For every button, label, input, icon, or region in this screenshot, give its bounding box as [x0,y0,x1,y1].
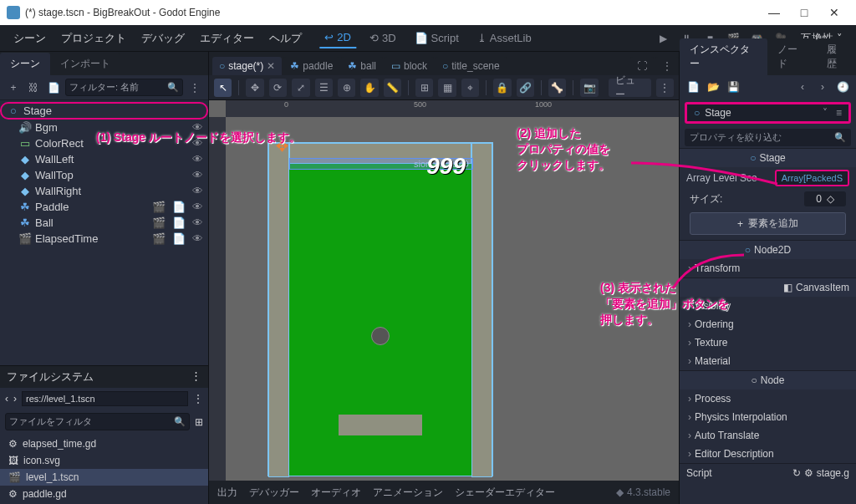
visibility-toggle[interactable]: 👁 [192,201,203,213]
visibility-toggle[interactable]: 👁 [192,216,203,229]
script-icon[interactable]: 📄 [172,216,186,229]
property-array-value[interactable]: Array[PackedS [775,170,849,186]
tab-scene[interactable]: シーン [0,53,50,75]
scene-tab-block[interactable]: ▭block [385,57,434,75]
node-ball[interactable]: ☘ Ball 🎬 📄 👁 [0,215,208,231]
tab-import[interactable]: インポート [50,53,120,75]
menu-help[interactable]: ヘルプ [262,28,308,49]
instance-icon[interactable]: 🎬 [152,201,166,213]
reload-icon[interactable]: ↻ [792,467,801,479]
filesystem-path-input[interactable] [22,391,188,406]
scale-tool[interactable]: ⤢ [292,79,309,97]
list-tool[interactable]: ☰ [315,79,333,97]
view-menu[interactable]: ビュー [609,79,651,97]
group-button[interactable]: 🔗 [517,79,534,97]
attach-script-button[interactable]: 📄 [45,79,62,96]
instance-icon[interactable]: 🎬 [152,232,166,245]
history-fwd-button[interactable]: › [814,79,831,95]
add-node-button[interactable]: + [5,79,22,96]
group-ordering[interactable]: Ordering [680,315,856,333]
visibility-toggle[interactable]: 👁 [192,153,203,165]
history-button[interactable]: 🕘 [834,79,851,95]
grid-snap-toggle[interactable]: ▦ [438,79,456,97]
group-texture[interactable]: Texture [680,333,856,352]
wall-right-sprite[interactable] [471,143,492,477]
bottom-tab-animation[interactable]: アニメーション [373,486,443,500]
instance-button[interactable]: ⛓ [25,79,42,96]
node-wallright[interactable]: ◆ WallRight 👁 [0,183,208,199]
add-element-button[interactable]: + 要素を追加 [690,212,846,235]
bottom-tab-audio[interactable]: オーディオ [311,486,361,500]
file-item[interactable]: ⚙paddle.gd [0,486,208,502]
mode-script[interactable]: 📄 Script [410,28,464,48]
mode-3d[interactable]: ⟲ 3D [364,28,401,48]
menu-debug[interactable]: デバッグ [135,28,191,49]
menu-scene[interactable]: シーン [7,28,53,49]
ball-sprite[interactable] [371,327,390,345]
scene-menu-button[interactable]: ⋮ [186,79,203,96]
group-material[interactable]: Material [680,352,856,370]
filter-layout-button[interactable]: ⊞ [195,416,203,428]
class-header-node[interactable]: ○Node [680,370,856,389]
paddle-sprite[interactable] [339,415,422,435]
file-item[interactable]: ⚙elapsed_time.gd [0,435,208,452]
group-transform[interactable]: Transform [680,259,856,277]
bottom-tab-shader[interactable]: シェーダーエディター [455,486,555,500]
script-icon[interactable]: 📄 [172,201,186,213]
maximize-button[interactable]: □ [789,0,819,25]
property-array-level-scene[interactable]: Array Level Sce Array[PackedS [680,167,856,189]
scene-tab-ball[interactable]: ☘ball [341,57,383,75]
script-icon[interactable]: 📄 [172,232,186,245]
bottom-tab-output[interactable]: 出力 [217,486,237,500]
path-menu-button[interactable]: ⋮ [193,393,203,405]
smart-snap-toggle[interactable]: ⌖ [461,79,479,97]
lock-button[interactable]: 🔒 [493,79,511,97]
menu-project[interactable]: プロジェクト [54,28,133,49]
viewport-menu[interactable]: ⋮ [656,79,674,97]
dock-menu-icon[interactable]: ⋮ [191,369,201,384]
class-header-node2d[interactable]: ○Node2D [680,240,856,259]
file-item[interactable]: 🎬level_1.tscn [0,469,208,486]
spinner-icon[interactable]: ◇ [827,193,834,205]
path-back-button[interactable]: ‹ [5,393,8,405]
group-auto-translate[interactable]: Auto Translate [680,426,856,445]
scene-tab-titlescene[interactable]: ○title_scene [436,57,507,75]
instance-icon[interactable]: 🎬 [152,216,166,229]
origin-gizmo[interactable]: ✥ [276,137,288,155]
mode-2d[interactable]: ↩ 2D [319,28,356,48]
node-colorrect[interactable]: ▭ ColorRect 👁 [0,135,208,151]
group-visibility[interactable]: Visibility [680,297,856,315]
visibility-toggle[interactable]: 👁 [192,121,203,134]
history-back-button[interactable]: ‹ [794,79,811,95]
node-walltop[interactable]: ◆ WallTop 👁 [0,167,208,183]
node-bgm[interactable]: 🔊 Bgm 👁 [0,120,208,135]
rotate-tool[interactable]: ⟳ [269,79,287,97]
bottom-tab-debugger[interactable]: デバッガー [249,486,299,500]
tab-history[interactable]: 履歴 [817,38,856,75]
scene-tab-paddle[interactable]: ☘paddle [283,57,339,75]
version-label[interactable]: ◆4.3.stable [616,486,670,498]
visibility-toggle[interactable]: 👁 [192,137,203,150]
visibility-toggle[interactable]: 👁 [192,169,203,181]
file-item[interactable]: 🖼icon.svg [0,452,208,469]
node-wallleft[interactable]: ◆ WallLeft 👁 [0,151,208,167]
close-button[interactable]: ✕ [819,0,849,25]
save-resource-button[interactable]: 💾 [725,79,741,95]
scene-tree[interactable]: ○ Stage 🔊 Bgm 👁 ▭ ColorRect 👁 ◆ WallLeft… [0,100,208,248]
node-stage-root[interactable]: ○ Stage [0,102,208,120]
inspector-node-pill[interactable]: ○ Stage ˅ ≡ [685,102,851,124]
camera-override-button[interactable]: 📷 [580,79,598,97]
node-paddle[interactable]: ☘ Paddle 🎬 📄 👁 [0,199,208,215]
scene-filter-input[interactable]: フィルター: 名前 🔍 [65,79,183,96]
visibility-toggle[interactable]: 👁 [192,185,203,197]
pan-tool[interactable]: ✋ [360,79,378,97]
select-tool[interactable]: ↖ [214,79,232,97]
node-elapsedtime[interactable]: 🎬 ElapsedTime 🎬 📄 👁 [0,231,208,247]
skeleton-button[interactable]: 🦴 [548,79,566,97]
path-fwd-button[interactable]: › [13,393,17,405]
load-resource-button[interactable]: 📂 [705,79,721,95]
2d-viewport[interactable]: 05001000 sionShape2D 999 ✥ [209,100,679,481]
menu-editor[interactable]: エディター [193,28,261,49]
pivot-tool[interactable]: ⊕ [338,79,355,97]
close-tab-icon[interactable]: ✕ [267,60,275,72]
